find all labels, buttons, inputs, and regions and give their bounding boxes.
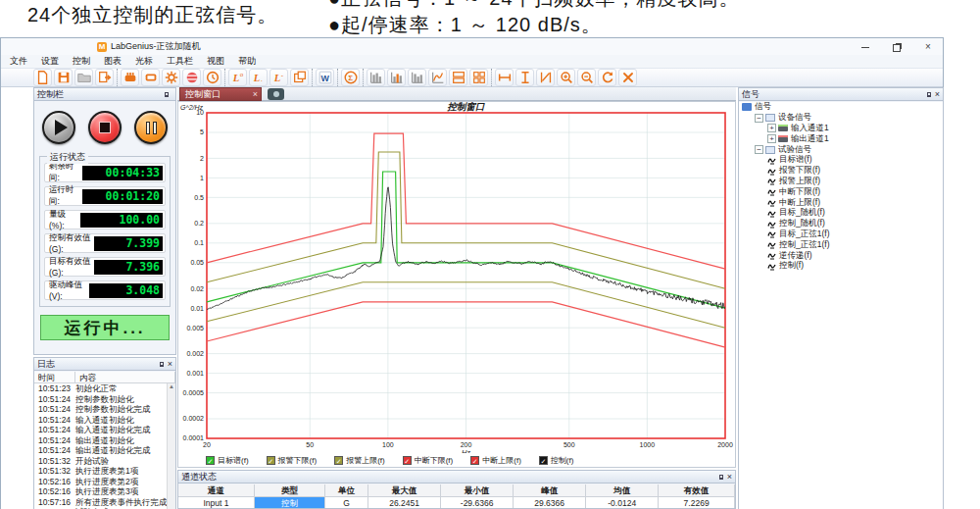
collapse-icon[interactable]: − <box>755 114 763 123</box>
copy-window-button[interactable] <box>290 69 309 86</box>
legend-checkbox[interactable]: ✓ <box>403 456 412 465</box>
tree-item-输入通道1[interactable]: +输入通道1 <box>739 124 943 134</box>
control-window-chart[interactable]: 105210.50.20.10.050.020.010.0050.0020.00… <box>178 102 735 453</box>
log-row[interactable]: 10:51:24 输出通道初始化完成 <box>34 445 175 456</box>
channel-col-最大值[interactable]: 最大值 <box>368 484 441 497</box>
close-icon[interactable]: × <box>935 90 940 99</box>
snapshot-button[interactable] <box>268 88 284 100</box>
log-row[interactable]: 10:51:32 开始试验 <box>34 456 175 467</box>
save-button[interactable] <box>54 69 73 86</box>
legend-checkbox[interactable]: ✓ <box>334 456 343 465</box>
close-icon[interactable]: × <box>168 360 172 369</box>
channel-col-通道[interactable]: 通道 <box>178 484 255 497</box>
legend-checkbox[interactable]: ✓ <box>206 456 215 465</box>
tree-item-控制(f)[interactable]: 控制(f) <box>739 261 943 272</box>
tree-item-目标谱(f)[interactable]: 目标谱(f) <box>739 155 943 166</box>
legend-item-报警上限(f)[interactable]: ✓ 报警上限(f) <box>334 455 385 466</box>
sweep-level-0-button[interactable]: Lo <box>228 69 247 86</box>
log-col-content[interactable]: 内容 <box>75 372 175 382</box>
tree-item-设备信号[interactable]: −设备信号 <box>739 113 943 124</box>
tab-close-icon[interactable]: × <box>253 88 261 100</box>
log-row[interactable]: 10:51:23 初始化正常 <box>34 383 175 394</box>
tree-item-目标_正弦1(f)[interactable]: 目标_正弦1(f) <box>739 229 943 240</box>
zoom-in-button[interactable] <box>557 69 575 86</box>
tree-item-信号[interactable]: 信号 <box>739 102 943 113</box>
stop-button[interactable] <box>88 111 122 144</box>
start-button[interactable] <box>42 111 75 144</box>
menu-item-5[interactable]: 光标 <box>128 55 160 68</box>
legend-item-中断下限(f)[interactable]: ✓ 中断下限(f) <box>403 455 454 466</box>
log-row[interactable]: 10:51:32 执行进度表第1项 <box>34 466 175 477</box>
tree-item-控制_正弦1(f)[interactable]: 控制_正弦1(f) <box>739 239 943 250</box>
pin-icon[interactable] <box>719 475 723 480</box>
chart-bars-1-button[interactable] <box>367 69 385 86</box>
output-channels-button[interactable] <box>141 69 160 86</box>
chart-bars-2-button[interactable] <box>387 69 406 86</box>
channel-col-单位[interactable]: 单位 <box>325 484 368 497</box>
input-channels-button[interactable] <box>121 69 139 86</box>
legend-item-报警下限(f)[interactable]: ✓ 报警下限(f) <box>267 455 318 466</box>
new-file-button[interactable] <box>33 69 52 86</box>
restore-button[interactable] <box>892 42 902 52</box>
channel-col-最小值[interactable]: 最小值 <box>441 484 514 497</box>
tree-item-逆传递(f)[interactable]: 逆传递(f) <box>739 250 943 261</box>
channel-row[interactable]: Input 1控制G26.2451-29.636629.6366-0.01247… <box>178 497 735 509</box>
tree-item-中断下限(f)[interactable]: 中断下限(f) <box>739 186 943 197</box>
chart-bars-3-button[interactable] <box>408 69 426 86</box>
log-row[interactable]: 10:52:16 执行进度表第2项 <box>34 477 175 487</box>
sweep-level-1-button[interactable]: L. <box>249 69 268 86</box>
menu-item-6[interactable]: 工具栏 <box>160 55 200 68</box>
reset-view-button[interactable] <box>618 69 637 86</box>
log-row[interactable]: 10:51:24 输入通道初始化 <box>34 415 175 426</box>
expand-icon[interactable]: + <box>767 134 776 143</box>
menu-item-1[interactable]: 文件 <box>3 55 34 68</box>
zoom-out-button[interactable] <box>577 69 596 86</box>
log-row[interactable]: 10:57:16 所有进度表事件执行完成 <box>34 497 175 508</box>
menu-item-3[interactable]: 控制 <box>66 55 97 68</box>
legend-item-控制(f)[interactable]: ✓ 控制(f) <box>539 455 574 466</box>
log-row[interactable]: 10:51:24 输入通道初始化完成 <box>34 425 175 435</box>
settings-gear-button[interactable] <box>162 69 180 86</box>
tree-item-报警上限(f)[interactable]: 报警上限(f) <box>739 177 943 187</box>
channel-col-类型[interactable]: 类型 <box>255 484 325 497</box>
legend-item-目标谱(f)[interactable]: ✓ 目标谱(f) <box>206 455 249 466</box>
legend-checkbox[interactable]: ✓ <box>470 456 479 465</box>
layout-tile-button[interactable] <box>449 69 467 86</box>
channel-col-峰值[interactable]: 峰值 <box>514 484 586 497</box>
log-row[interactable]: 10:51:24 控制参数初始化完成 <box>34 404 175 415</box>
legend-item-中断上限(f)[interactable]: ✓ 中断上限(f) <box>470 455 521 466</box>
log-row[interactable]: 10:51:24 输出通道初始化 <box>34 435 175 446</box>
v-axis-scale-button[interactable] <box>515 69 534 86</box>
log-row[interactable]: 10:51:24 控制参数初始化 <box>34 394 175 405</box>
menu-item-7[interactable]: 视图 <box>200 55 231 68</box>
h-axis-scale-button[interactable] <box>495 69 514 86</box>
expand-icon[interactable]: + <box>767 124 776 132</box>
sum-sigma-button[interactable]: Σ <box>341 69 360 86</box>
pin-icon[interactable] <box>165 92 169 97</box>
tree-item-输出通道1[interactable]: +输出通道1 <box>739 133 943 144</box>
collapse-icon[interactable]: − <box>755 145 763 154</box>
menu-item-4[interactable]: 图表 <box>97 55 128 68</box>
menu-item-8[interactable]: 帮助 <box>231 55 263 68</box>
tree-item-中断上限(f)[interactable]: 中断上限(f) <box>739 197 943 208</box>
tree-item-目标_随机(f)[interactable]: 目标_随机(f) <box>739 208 943 219</box>
export-file-button[interactable] <box>95 69 114 86</box>
channel-col-有效值[interactable]: 有效值 <box>659 484 735 497</box>
tree-item-控制_随机(f)[interactable]: 控制_随机(f) <box>739 219 943 229</box>
log-row[interactable]: 10:52:16 执行进度表第3项 <box>34 486 175 497</box>
log-col-time[interactable]: 时间 <box>34 372 75 382</box>
channel-col-均值[interactable]: 均值 <box>586 484 659 497</box>
chart-curve-button[interactable] <box>428 69 447 86</box>
close-icon[interactable]: × <box>727 473 732 482</box>
pin-icon[interactable] <box>927 92 931 97</box>
timer-clock-button[interactable] <box>203 69 221 86</box>
legend-checkbox[interactable]: ✓ <box>539 456 548 465</box>
tree-item-试验信号[interactable]: −试验信号 <box>739 144 943 155</box>
tree-item-报警下限(f)[interactable]: 报警下限(f) <box>739 166 943 177</box>
close-button[interactable]: × <box>923 42 933 52</box>
slope-cursor-button[interactable] <box>536 69 555 86</box>
legend-checkbox[interactable]: ✓ <box>267 456 275 465</box>
log-scrollbar[interactable]: ▲ <box>167 383 175 509</box>
layout-grid-button[interactable] <box>469 69 488 86</box>
refresh-view-button[interactable] <box>598 69 616 86</box>
